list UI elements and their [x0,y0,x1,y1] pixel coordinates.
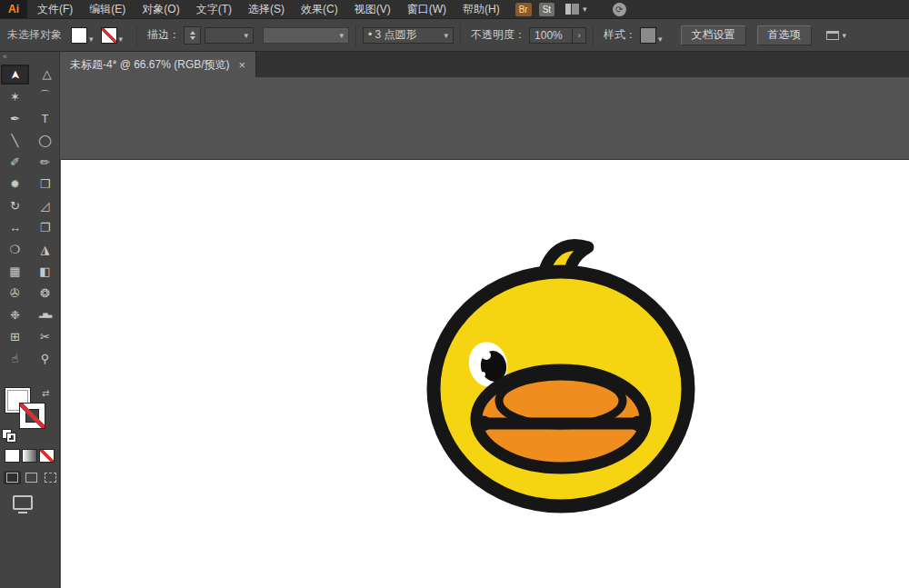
stroke-color-swatch[interactable] [101,27,117,44]
menu-select[interactable]: 选择(S) [240,0,293,18]
menu-help[interactable]: 帮助(H) [454,0,508,18]
blob-brush-tool-icon: ✹ [10,177,20,191]
hand-tool[interactable]: ☝ [1,348,29,368]
perspective-grid-tool[interactable]: ◮ [31,239,59,259]
line-segment-tool[interactable]: ╲ [1,130,29,150]
close-icon[interactable]: × [239,59,246,71]
blend-tool[interactable]: ❂ [31,283,59,303]
eyedropper-tool[interactable]: ✇ [1,283,29,303]
stroke-weight-stepper[interactable] [184,26,201,45]
menu-effect[interactable]: 效果(C) [293,0,346,18]
rotate-tool[interactable]: ↻ [1,195,29,215]
zoom-tool[interactable]: ⚲ [31,348,59,368]
artboard-tool[interactable]: ⊞ [1,326,29,346]
chevron-down-icon: ▾ [245,31,249,40]
column-graph-tool[interactable]: ▂▅▃ [31,304,59,324]
style-swatch[interactable] [640,27,656,44]
slice-tool-icon: ✂ [40,330,50,344]
width-profile-dropdown: ▾ [263,27,349,44]
default-fill-stroke-icon[interactable] [2,429,17,443]
type-tool[interactable]: T [31,108,59,128]
menu-window[interactable]: 窗口(W) [399,0,454,18]
divider [136,25,137,46]
canvas-area[interactable] [61,77,909,588]
selection-tool[interactable]: ➤ [1,65,29,85]
type-tool-icon: T [42,112,49,125]
draw-inside-icon [45,473,56,483]
bridge-button[interactable]: Br [515,3,532,16]
menu-view[interactable]: 视图(V) [346,0,399,18]
swap-fill-stroke-icon[interactable]: ⇄ [42,388,49,398]
chevron-down-icon[interactable]: ▾ [119,35,124,44]
gradient-tool-icon: ◧ [39,264,50,278]
brush-definition-dropdown[interactable]: • 3 点圆形 ▾ [363,27,454,44]
screen-mode-icon [13,495,33,510]
chevron-down-icon: ▾ [843,31,847,40]
pen-tool[interactable]: ✒ [1,108,29,128]
symbol-sprayer-tool-icon: ❉ [10,308,20,322]
opacity-label: 不透明度： [471,27,525,43]
duck-artwork[interactable] [414,227,704,518]
chevron-down-icon[interactable]: ▾ [658,35,663,44]
slice-tool[interactable]: ✂ [31,326,59,346]
workspace-switcher[interactable]: ▾ [565,4,587,15]
ellipse-tool[interactable]: ◯ [31,130,59,150]
screen-mode-button[interactable] [13,495,33,513]
gradient-button[interactable] [22,449,37,463]
stroke-weight-dropdown[interactable]: ▾ [205,27,254,44]
stepper-up-icon[interactable] [190,31,195,35]
free-transform-tool-icon: ❐ [40,221,51,234]
eraser-tool[interactable]: ❒ [31,174,59,194]
mesh-tool-icon: ▦ [9,264,20,278]
pen-tool-icon: ✒ [10,112,20,125]
menu-object[interactable]: 对象(O) [134,0,187,18]
control-panel-menu[interactable]: ▾ [826,31,847,40]
magic-wand-tool-icon: ✶ [10,90,20,104]
stepper-down-icon[interactable] [190,36,195,40]
stock-button[interactable]: St [539,3,554,16]
width-tool[interactable]: ↔ [1,217,29,237]
style-control[interactable]: ▾ [640,27,663,44]
preferences-button[interactable]: 首选项 [757,25,812,45]
stroke-swatch[interactable] [20,404,45,428]
symbol-sprayer-tool[interactable]: ❉ [1,304,29,324]
document-tab[interactable]: 未标题-4* @ 66.67% (RGB/预览) × [60,52,256,77]
perspective-grid-tool-icon: ◮ [41,243,50,256]
magic-wand-tool[interactable]: ✶ [1,86,29,106]
double-chevron-icon: « [3,52,7,61]
draw-behind-icon [25,473,37,483]
opacity-input[interactable]: 100% [529,27,573,44]
menu-bar: Ai 文件(F) 编辑(E) 对象(O) 文字(T) 选择(S) 效果(C) 视… [0,0,909,18]
opacity-value: 100% [534,29,563,42]
toolbar-collapse-control[interactable]: « [0,52,59,61]
fill-color-control[interactable]: ▾ [71,27,94,44]
chevron-down-icon[interactable]: ▾ [89,35,94,44]
stroke-color-control[interactable]: ▾ [101,27,124,44]
gradient-tool[interactable]: ◧ [31,261,59,281]
document-tab-title: 未标题-4* @ 66.67% (RGB/预览) [70,57,230,73]
selection-tool-icon: ➤ [8,70,22,80]
direct-selection-tool[interactable]: ▷ [31,65,59,85]
none-button[interactable] [39,449,55,463]
zoom-tool-icon: ⚲ [41,352,50,365]
scale-tool[interactable]: ◿ [31,195,59,215]
sync-icon[interactable]: ⟳ [613,3,626,16]
draw-normal-button[interactable] [4,471,21,484]
draw-behind-button[interactable] [23,471,40,484]
pencil-tool[interactable]: ✏ [31,152,59,172]
shape-builder-tool[interactable]: ❍ [1,239,29,259]
menu-file[interactable]: 文件(F) [29,0,81,18]
paintbrush-tool[interactable]: ✐ [1,152,29,172]
lasso-tool[interactable]: ⌒ [31,86,59,106]
blob-brush-tool[interactable]: ✹ [1,174,29,194]
draw-inside-button[interactable] [42,471,59,484]
document-setup-button[interactable]: 文档设置 [681,25,746,45]
free-transform-tool[interactable]: ❐ [31,217,59,237]
mesh-tool[interactable]: ▦ [1,261,29,281]
duck-eye-highlight-small [480,372,485,377]
color-button[interactable] [5,449,20,463]
menu-type[interactable]: 文字(T) [188,0,240,18]
fill-color-swatch[interactable] [71,27,87,44]
menu-edit[interactable]: 编辑(E) [81,0,134,18]
opacity-panel-arrow[interactable]: › [573,27,586,44]
